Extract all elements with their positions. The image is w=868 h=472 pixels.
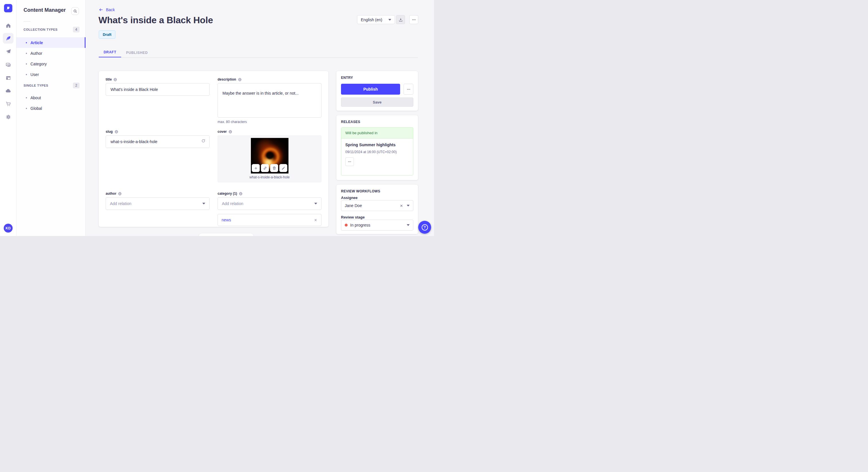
review-workflows-panel: REVIEW WORKFLOWS Assignee Jane Doe Revie… (336, 185, 418, 234)
bullet-icon (26, 97, 27, 98)
category-placeholder: Add relation (222, 201, 243, 206)
sidebar-item-user[interactable]: User (17, 69, 86, 80)
status-badge: Draft (99, 30, 115, 39)
release-status-header: Will be published in (341, 128, 413, 138)
clear-assignee-x-icon[interactable] (400, 204, 403, 208)
localized-globe-icon (228, 130, 232, 134)
slug-input[interactable]: what-s-inside-a-black-hole (105, 135, 210, 148)
sidebar-item-article[interactable]: Article (17, 37, 86, 48)
releases-panel-title: RELEASES (341, 120, 360, 124)
sidebar-item-author[interactable]: Author (17, 48, 86, 59)
chevron-down-icon (203, 203, 205, 204)
review-stage-label: Review stage (341, 215, 365, 220)
tab-draft[interactable]: DRAFT (99, 47, 121, 58)
edit-media-button[interactable] (279, 164, 287, 172)
description-helper: max. 80 characters (218, 120, 321, 124)
strapi-logo-icon (6, 6, 11, 11)
locale-select[interactable]: English (en) (357, 15, 395, 24)
title-field-label: title (105, 77, 210, 81)
back-arrow-icon (99, 7, 103, 12)
entry-more-button[interactable] (404, 84, 413, 95)
localized-globe-icon (239, 192, 243, 196)
bullet-icon (26, 74, 27, 75)
bullet-icon (26, 42, 27, 43)
title-input[interactable]: What's inside a Black Hole (105, 83, 210, 96)
author-field-label: author (105, 192, 210, 196)
entry-panel-title: ENTRY (341, 76, 353, 80)
sidebar-item-label: Article (30, 40, 43, 45)
assignee-label: Assignee (341, 196, 358, 200)
assignee-value: Jane Doe (345, 203, 362, 208)
review-stage-select[interactable]: In progress (341, 220, 413, 231)
cart-icon[interactable] (3, 98, 13, 109)
author-relation-select[interactable]: Add relation (105, 197, 210, 210)
sidebar-item-about[interactable]: About (17, 92, 86, 103)
add-media-button[interactable] (252, 164, 260, 172)
cloud-icon[interactable] (3, 86, 13, 96)
cover-filename: what-s-inside-a-black-hole (218, 175, 321, 179)
export-download-button[interactable] (396, 15, 405, 24)
field-label-text: cover (218, 130, 227, 134)
gear-icon[interactable] (3, 111, 13, 122)
cover-actions-toolbar (218, 164, 321, 172)
chevron-down-icon (389, 19, 391, 21)
title-value: What's inside a Black Hole (111, 87, 158, 92)
slug-field-label: slug (105, 130, 210, 134)
description-textarea[interactable]: Maybe the answer is in this article, or … (218, 83, 321, 117)
subnav-divider (24, 21, 30, 22)
copy-link-button[interactable] (261, 164, 269, 172)
chevron-down-icon (314, 203, 317, 204)
collection-types-count: 4 (73, 27, 80, 32)
back-button[interactable]: Back (99, 7, 115, 12)
slug-value: what-s-inside-a-black-hole (111, 139, 157, 144)
stage-value: In progress (350, 223, 370, 227)
more-dots-icon (406, 87, 411, 92)
localized-globe-icon (113, 78, 117, 81)
relation-link-news[interactable]: news (222, 217, 231, 222)
entry-panel: ENTRY Publish Save (336, 71, 418, 111)
release-name[interactable]: Spring Summer highlights (345, 142, 396, 147)
trash-icon (272, 166, 276, 170)
main-nav-rail: KD (0, 0, 17, 236)
user-avatar[interactable]: KD (4, 224, 12, 233)
collection-types-label: COLLECTION TYPES (24, 28, 58, 31)
back-label: Back (106, 7, 115, 12)
regenerate-icon[interactable] (201, 138, 206, 143)
sidebar-item-label: About (30, 96, 41, 100)
layout-icon[interactable] (3, 72, 13, 83)
save-button[interactable]: Save (341, 98, 413, 107)
tab-published[interactable]: PUBLISHED (121, 47, 153, 58)
black-hole-shadow (266, 152, 274, 159)
header-more-button[interactable] (409, 15, 418, 24)
category-relation-item: news (218, 214, 321, 226)
sidebar-item-label: Category (30, 62, 47, 66)
bullet-icon (26, 63, 27, 65)
download-icon (398, 18, 403, 22)
media-images-icon[interactable] (3, 59, 13, 70)
author-placeholder: Add relation (110, 201, 131, 206)
home-icon[interactable] (3, 20, 13, 31)
more-dots-icon (412, 18, 416, 22)
release-more-button[interactable] (345, 158, 354, 166)
pencil-icon (281, 166, 286, 170)
sidebar-item-global[interactable]: Global (17, 103, 86, 113)
strapi-logo[interactable] (4, 4, 12, 12)
single-types-count: 2 (73, 82, 80, 88)
localized-globe-icon (238, 78, 242, 81)
sidebar-item-label: Author (30, 51, 42, 56)
version-tabs: DRAFT PUBLISHED (99, 47, 153, 58)
category-field-label: category (1) (218, 192, 321, 196)
feather-content-icon[interactable] (3, 33, 13, 43)
delete-media-button[interactable] (270, 164, 278, 172)
single-types-label: SINGLE TYPES (24, 84, 48, 87)
help-button[interactable]: ? (418, 221, 431, 234)
bullet-icon (26, 108, 27, 109)
search-button[interactable] (71, 7, 79, 15)
sidebar-item-category[interactable]: Category (17, 59, 86, 69)
publish-button[interactable]: Publish (341, 84, 400, 95)
paper-plane-icon[interactable] (3, 46, 13, 57)
locale-value: English (en) (361, 18, 382, 22)
assignee-combobox[interactable]: Jane Doe (341, 200, 413, 211)
remove-relation-x-icon[interactable] (314, 218, 317, 222)
category-relation-select[interactable]: Add relation (218, 197, 321, 210)
